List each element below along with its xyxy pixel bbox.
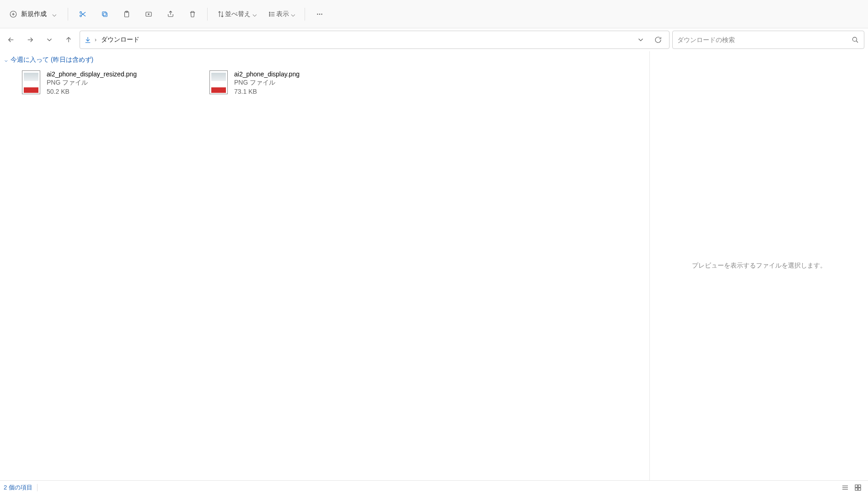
grid-icon [854, 483, 862, 492]
svg-point-16 [269, 14, 270, 15]
search-icon [851, 36, 859, 44]
view-icon [268, 10, 276, 18]
sort-icon [217, 10, 225, 18]
search-box[interactable] [672, 31, 864, 49]
scissors-icon [79, 10, 87, 18]
search-input[interactable] [677, 36, 847, 43]
file-type: PNG ファイル [234, 79, 300, 87]
content-area: ⌵ 今週に入って (昨日は含めず) ai2_phone_display_resi… [0, 51, 649, 480]
svg-point-14 [269, 12, 270, 13]
file-thumbnail [209, 70, 228, 94]
new-button[interactable]: 新規作成 ⌵ [5, 5, 63, 23]
svg-rect-36 [858, 488, 861, 490]
forward-button[interactable] [22, 32, 38, 48]
download-folder-icon [84, 36, 92, 44]
status-bar: 2 個の項目 [0, 480, 868, 494]
arrow-left-icon [7, 36, 15, 44]
sort-button-label: 並べ替え [225, 10, 251, 18]
svg-point-4 [80, 15, 82, 16]
list-icon [841, 483, 849, 492]
thumbnails-view-toggle[interactable] [852, 483, 864, 493]
file-size: 73.1 KB [234, 88, 300, 95]
view-button[interactable]: 表示 ⌵ [263, 5, 300, 23]
sort-button[interactable]: 並べ替え ⌵ [212, 5, 262, 23]
more-button[interactable] [310, 5, 330, 23]
group-header[interactable]: ⌵ 今週に入って (昨日は含めず) [2, 54, 649, 66]
breadcrumb-current[interactable]: ダウンロード [99, 35, 141, 45]
svg-point-22 [321, 13, 322, 14]
body: ⌵ 今週に入って (昨日は含めず) ai2_phone_display_resi… [0, 51, 868, 480]
trash-icon [188, 10, 197, 18]
svg-point-18 [269, 15, 270, 16]
arrow-right-icon [26, 36, 34, 44]
svg-rect-35 [855, 488, 857, 490]
share-button[interactable] [161, 5, 181, 23]
file-name: ai2_phone_display.png [234, 70, 300, 78]
chevron-down-icon [45, 36, 54, 44]
back-button[interactable] [3, 32, 19, 48]
file-type: PNG ファイル [47, 79, 137, 87]
svg-point-21 [319, 13, 320, 14]
file-item[interactable]: ai2_phone_display_resized.png PNG ファイル 5… [20, 69, 194, 97]
toolbar-separator [207, 8, 208, 21]
chevron-down-icon [637, 36, 645, 44]
svg-rect-34 [858, 485, 861, 487]
file-size: 50.2 KB [47, 88, 137, 95]
view-button-label: 表示 [276, 10, 289, 18]
cut-button[interactable] [73, 5, 93, 23]
chevron-down-icon: ⌵ [5, 57, 8, 63]
chevron-down-icon: ⌵ [52, 10, 57, 18]
svg-point-28 [852, 37, 857, 41]
svg-rect-33 [855, 485, 857, 487]
address-dropdown-button[interactable] [633, 32, 648, 47]
rename-icon [145, 10, 153, 18]
chevron-down-icon: ⌵ [252, 10, 257, 18]
copy-icon [101, 10, 109, 18]
svg-line-29 [856, 41, 858, 43]
group-header-label: 今週に入って (昨日は含めず) [11, 56, 93, 64]
files-row: ai2_phone_display_resized.png PNG ファイル 5… [2, 66, 649, 97]
file-meta: ai2_phone_display.png PNG ファイル 73.1 KB [234, 70, 300, 95]
file-name: ai2_phone_display_resized.png [47, 70, 137, 78]
svg-point-20 [317, 13, 318, 14]
breadcrumb-separator: › [95, 37, 96, 43]
svg-rect-8 [102, 11, 106, 15]
chevron-down-icon: ⌵ [291, 10, 295, 18]
paste-button[interactable] [117, 5, 137, 23]
file-thumbnail [22, 70, 40, 94]
rename-button[interactable] [139, 5, 159, 23]
refresh-icon [654, 36, 662, 44]
address-row: › ダウンロード [0, 28, 868, 51]
ellipsis-icon [316, 10, 324, 18]
share-icon [166, 10, 175, 18]
address-bar[interactable]: › ダウンロード [80, 31, 670, 49]
svg-point-3 [80, 11, 82, 13]
arrow-up-icon [64, 36, 73, 44]
toolbar-separator [68, 8, 68, 21]
preview-empty-text: プレビューを表示するファイルを選択します。 [692, 262, 826, 270]
new-button-label: 新規作成 [21, 10, 47, 18]
status-divider [37, 484, 38, 491]
recent-button[interactable] [41, 32, 58, 48]
preview-pane: プレビューを表示するファイルを選択します。 [649, 51, 868, 480]
toolbar-separator [305, 8, 305, 21]
copy-button[interactable] [95, 5, 115, 23]
delete-button[interactable] [182, 5, 203, 23]
status-item-count: 2 個の項目 [4, 483, 32, 492]
svg-rect-7 [103, 13, 107, 16]
file-meta: ai2_phone_display_resized.png PNG ファイル 5… [47, 70, 137, 95]
refresh-button[interactable] [651, 32, 665, 47]
details-view-toggle[interactable] [839, 483, 852, 493]
plus-circle-icon [9, 10, 17, 18]
toolbar: 新規作成 ⌵ 並べ替え ⌵ 表示 ⌵ [0, 0, 868, 28]
clipboard-icon [123, 10, 131, 18]
up-button[interactable] [60, 32, 77, 48]
file-item[interactable]: ai2_phone_display.png PNG ファイル 73.1 KB [208, 69, 381, 97]
